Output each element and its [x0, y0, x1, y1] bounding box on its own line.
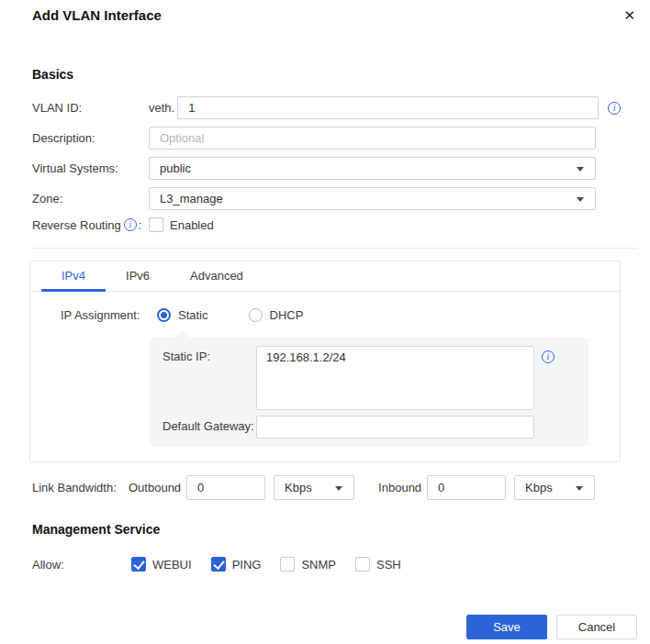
vlan-id-prefix: veth.: [149, 101, 174, 115]
save-button[interactable]: Save: [466, 615, 547, 639]
dialog-header: Add VLAN Interface ✕: [0, 0, 650, 26]
static-ip-info-icon[interactable]: i: [542, 350, 555, 363]
close-icon[interactable]: ✕: [622, 7, 637, 24]
static-ip-callout: Static IP: 192.168.1.2/24 i Default Gate…: [150, 338, 588, 447]
chevron-down-icon: [577, 167, 584, 172]
vlan-id-input[interactable]: [177, 96, 599, 119]
vlan-id-row: VLAN ID: veth. i: [32, 96, 637, 119]
webui-checkbox-label: WEBUI: [152, 558, 192, 572]
tab-ipv4[interactable]: IPv4: [41, 261, 106, 292]
default-gateway-label: Default Gateway:: [162, 416, 256, 439]
static-radio[interactable]: [157, 308, 171, 322]
divider: [32, 248, 637, 249]
ip-assignment-label: IP Assignment:: [61, 308, 157, 322]
webui-checkbox[interactable]: [131, 557, 146, 572]
tab-advanced[interactable]: Advanced: [170, 261, 263, 292]
default-gateway-input[interactable]: [256, 416, 534, 439]
outbound-input[interactable]: [186, 475, 265, 500]
ipv4-tab-content: IP Assignment: Static DHCP Static IP: 19…: [30, 292, 620, 461]
allow-label: Allow:: [32, 558, 131, 572]
zone-select[interactable]: L3_manage: [149, 187, 596, 210]
zone-row: Zone: L3_manage: [32, 187, 637, 210]
virtual-systems-row: Virtual Systems: public: [32, 157, 637, 180]
ip-assignment-row: IP Assignment: Static DHCP: [61, 308, 620, 322]
ping-checkbox-item[interactable]: PING: [211, 557, 262, 572]
allow-row: Allow: WEBUI PING SNMP SSH: [32, 557, 637, 572]
dialog-footer: Save Cancel: [466, 615, 637, 639]
cancel-button[interactable]: Cancel: [556, 615, 637, 639]
outbound-unit-value: Kbps: [285, 481, 312, 494]
dhcp-radio-label: DHCP: [270, 308, 304, 322]
vlan-id-info-icon[interactable]: i: [608, 102, 621, 115]
reverse-routing-checkbox[interactable]: [149, 217, 163, 232]
management-service-section-title: Management Service: [32, 522, 637, 537]
default-gateway-row: Default Gateway:: [162, 416, 576, 439]
ssh-checkbox-item[interactable]: SSH: [355, 557, 401, 572]
link-bandwidth-row: Link Bandwidth: Outbound Kbps Inbound Kb…: [32, 475, 637, 500]
ssh-checkbox[interactable]: [355, 557, 370, 572]
virtual-systems-value: public: [160, 161, 191, 175]
snmp-checkbox-item[interactable]: SNMP: [280, 557, 336, 572]
link-bandwidth-label: Link Bandwidth:: [32, 481, 129, 494]
ping-checkbox[interactable]: [211, 557, 226, 572]
reverse-routing-info-icon[interactable]: i: [124, 218, 137, 231]
outbound-unit-select[interactable]: Kbps: [274, 475, 354, 500]
virtual-systems-select[interactable]: public: [149, 157, 596, 180]
dhcp-radio[interactable]: [249, 308, 263, 322]
inbound-unit-select[interactable]: Kbps: [514, 475, 595, 500]
inbound-input[interactable]: [427, 475, 506, 500]
dhcp-radio-item[interactable]: DHCP: [249, 308, 304, 322]
virtual-systems-label: Virtual Systems:: [32, 161, 149, 175]
dialog-body: Basics VLAN ID: veth. i Description: Vir…: [0, 67, 650, 572]
basics-section-title: Basics: [32, 67, 637, 82]
ssh-checkbox-label: SSH: [376, 558, 401, 572]
snmp-checkbox-label: SNMP: [301, 558, 336, 572]
vlan-id-label: VLAN ID:: [32, 101, 149, 115]
static-ip-row: Static IP: 192.168.1.2/24 i: [162, 346, 576, 410]
reverse-routing-colon: :: [139, 218, 142, 232]
outbound-label: Outbound: [129, 481, 181, 494]
snmp-checkbox[interactable]: [280, 557, 295, 572]
dialog-title: Add VLAN Interface: [32, 7, 162, 23]
reverse-routing-label: Reverse Routing i :: [32, 218, 149, 232]
description-label: Description:: [32, 131, 149, 145]
static-radio-label: Static: [178, 308, 208, 322]
tab-ipv6[interactable]: IPv6: [106, 261, 170, 292]
chevron-down-icon: [577, 197, 584, 202]
webui-checkbox-item[interactable]: WEBUI: [131, 557, 192, 572]
description-row: Description:: [32, 127, 637, 150]
zone-value: L3_manage: [160, 192, 223, 205]
static-ip-label: Static IP:: [162, 346, 256, 410]
reverse-routing-row: Reverse Routing i : Enabled: [32, 217, 637, 232]
description-input[interactable]: [149, 127, 596, 150]
reverse-routing-checkbox-label: Enabled: [170, 218, 214, 232]
ping-checkbox-label: PING: [232, 558, 262, 572]
chevron-down-icon: [576, 486, 583, 491]
inbound-unit-value: Kbps: [525, 481, 553, 494]
static-radio-item[interactable]: Static: [157, 308, 208, 322]
static-ip-input[interactable]: 192.168.1.2/24: [256, 346, 534, 410]
inbound-label: Inbound: [378, 481, 421, 494]
chevron-down-icon: [335, 486, 342, 491]
add-vlan-interface-dialog: Add VLAN Interface ✕ Basics VLAN ID: vet…: [0, 0, 650, 644]
tab-bar: IPv4 IPv6 Advanced: [30, 261, 620, 292]
ip-settings-panel: IPv4 IPv6 Advanced IP Assignment: Static…: [29, 261, 621, 462]
zone-label: Zone:: [32, 192, 149, 205]
